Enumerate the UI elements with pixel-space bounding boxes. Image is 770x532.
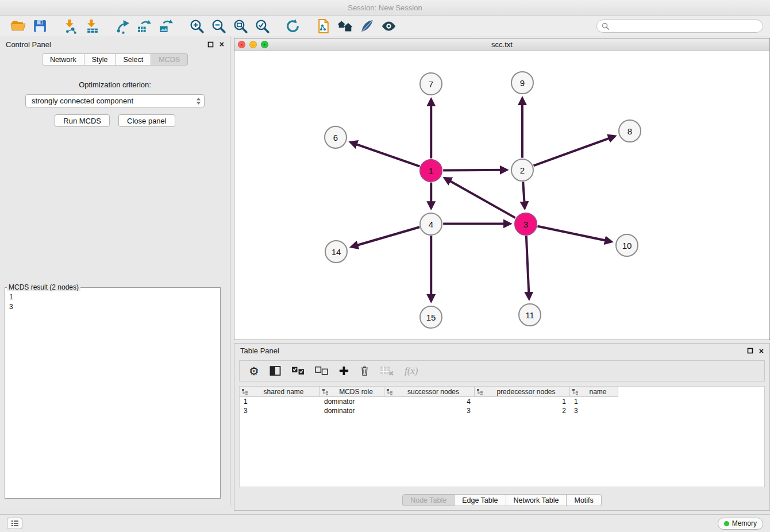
control-panel-title: Control Panel bbox=[6, 40, 51, 49]
column-sort-icon bbox=[322, 388, 329, 395]
table-cell[interactable]: 3 bbox=[570, 407, 618, 415]
graph-node-14[interactable]: 14 bbox=[325, 240, 348, 263]
network-canvas[interactable]: 7968124314101511 bbox=[234, 51, 769, 340]
trash-icon bbox=[360, 365, 369, 376]
float-panel-icon[interactable] bbox=[207, 41, 214, 48]
table-cell[interactable]: 4 bbox=[384, 398, 475, 406]
graph-node-15[interactable]: 15 bbox=[419, 306, 442, 329]
graph-node-4[interactable]: 4 bbox=[419, 213, 442, 236]
close-window-button[interactable]: × bbox=[238, 41, 245, 48]
column-header-name[interactable]: name bbox=[570, 387, 618, 397]
task-history-button[interactable] bbox=[7, 518, 22, 529]
graph-node-3[interactable]: 3 bbox=[514, 213, 537, 236]
column-header-MCDS-role[interactable]: MCDS role bbox=[320, 387, 384, 397]
create-column-button[interactable] bbox=[338, 365, 349, 376]
import-table-button[interactable] bbox=[81, 17, 103, 36]
maximize-window-button[interactable]: + bbox=[261, 41, 268, 48]
column-sort-icon bbox=[476, 388, 483, 395]
open-session-button[interactable] bbox=[7, 17, 29, 36]
open-folder-icon bbox=[10, 18, 26, 34]
mcds-result-title: MCDS result (2 nodes) bbox=[7, 283, 80, 291]
style-button[interactable] bbox=[356, 17, 378, 36]
export-image-button[interactable] bbox=[155, 17, 177, 36]
function-builder-button[interactable]: f(x) bbox=[405, 365, 418, 377]
column-header-predecessor-nodes[interactable]: predecessor nodes bbox=[475, 387, 570, 397]
column-sort-icon bbox=[386, 388, 393, 395]
table-cell[interactable]: 3 bbox=[384, 407, 475, 415]
close-panel-icon[interactable]: × bbox=[220, 40, 224, 48]
table-tab-node-table[interactable]: Node Table bbox=[402, 494, 455, 506]
memory-button[interactable]: Memory bbox=[718, 518, 763, 530]
graph-node-1[interactable]: 1 bbox=[419, 159, 442, 182]
graph-node-10[interactable]: 10 bbox=[615, 234, 638, 257]
deselect-all-columns-button[interactable] bbox=[315, 367, 328, 375]
document-network-icon bbox=[315, 18, 331, 34]
zoom-selected-icon bbox=[255, 18, 270, 34]
graph-node-6[interactable]: 6 bbox=[324, 126, 347, 149]
export-network-button[interactable] bbox=[111, 17, 133, 36]
show-panels-button[interactable] bbox=[334, 17, 356, 36]
column-header-label: shared name bbox=[249, 388, 318, 396]
node-table: shared nameMCDS rolesuccessor nodesprede… bbox=[239, 386, 765, 487]
search-box[interactable] bbox=[596, 20, 763, 33]
run-mcds-button[interactable]: Run MCDS bbox=[55, 114, 110, 127]
table-panel-title: Table Panel bbox=[240, 346, 279, 355]
table-cell[interactable]: 1 bbox=[475, 398, 570, 406]
close-panel-button[interactable]: Close panel bbox=[118, 114, 175, 127]
minimize-window-button[interactable]: − bbox=[249, 41, 257, 48]
graph-node-8[interactable]: 8 bbox=[618, 119, 641, 142]
import-network-icon bbox=[63, 18, 78, 34]
control-panel-header: Control Panel × bbox=[0, 36, 230, 52]
status-bar: Memory bbox=[0, 514, 770, 532]
column-header-shared-name[interactable]: shared name bbox=[240, 387, 320, 397]
export-image-icon bbox=[159, 18, 174, 34]
show-graphics-details-button[interactable] bbox=[378, 17, 399, 36]
apply-layout-button[interactable] bbox=[282, 17, 303, 36]
zoom-fit-button[interactable] bbox=[229, 17, 251, 36]
graph-node-9[interactable]: 9 bbox=[511, 71, 534, 94]
control-tab-style[interactable]: Style bbox=[84, 53, 116, 65]
new-network-from-selection-button[interactable] bbox=[312, 17, 334, 36]
float-table-panel-icon[interactable] bbox=[747, 348, 753, 354]
control-tab-network[interactable]: Network bbox=[42, 53, 84, 65]
table-row[interactable]: 3dominator323 bbox=[240, 406, 764, 415]
table-settings-button[interactable]: ⚙ bbox=[249, 365, 259, 377]
zoom-out-button[interactable] bbox=[207, 17, 229, 36]
table-cell[interactable]: dominator bbox=[320, 398, 384, 406]
graph-node-2[interactable]: 2 bbox=[511, 159, 534, 182]
control-tab-select[interactable]: Select bbox=[116, 53, 152, 65]
zoom-fit-icon bbox=[233, 18, 248, 34]
delete-column-button[interactable] bbox=[360, 365, 369, 376]
save-session-button[interactable] bbox=[29, 17, 51, 36]
zoom-selected-button[interactable] bbox=[251, 17, 273, 36]
table-cell[interactable]: 1 bbox=[240, 398, 320, 406]
graph-node-11[interactable]: 11 bbox=[518, 303, 541, 326]
delete-table-button[interactable] bbox=[380, 365, 394, 376]
mcds-result-text[interactable]: 1 3 bbox=[5, 291, 220, 313]
table-row[interactable]: 1dominator411 bbox=[240, 397, 764, 406]
table-cell[interactable]: 1 bbox=[570, 398, 618, 406]
criterion-dropdown[interactable]: strongly connected component bbox=[25, 94, 205, 107]
zoom-in-button[interactable] bbox=[186, 17, 207, 36]
column-header-successor-nodes[interactable]: successor nodes bbox=[384, 387, 475, 397]
column-sort-icon bbox=[572, 388, 579, 395]
graph-node-7[interactable]: 7 bbox=[419, 72, 442, 95]
control-tab-mcds[interactable]: MCDS bbox=[151, 53, 188, 65]
feather-brush-icon bbox=[359, 18, 375, 34]
network-window-title-bar[interactable]: × − + scc.txt bbox=[234, 38, 769, 51]
table-tab-motifs[interactable]: Motifs bbox=[567, 494, 601, 506]
select-all-columns-button[interactable] bbox=[291, 367, 305, 375]
select-columns-button[interactable] bbox=[270, 366, 281, 376]
import-network-button[interactable] bbox=[59, 17, 81, 36]
table-cell[interactable]: 3 bbox=[240, 407, 320, 415]
table-tab-network-table[interactable]: Network Table bbox=[506, 494, 567, 506]
plus-icon bbox=[338, 365, 349, 376]
refresh-icon bbox=[285, 18, 301, 34]
close-table-panel-icon[interactable]: × bbox=[759, 347, 764, 355]
search-input[interactable] bbox=[612, 22, 758, 30]
table-cell[interactable]: dominator bbox=[320, 407, 384, 415]
export-table-icon bbox=[137, 18, 152, 34]
table-cell[interactable]: 2 bbox=[475, 407, 570, 415]
table-tab-edge-table[interactable]: Edge Table bbox=[455, 494, 506, 506]
export-table-button[interactable] bbox=[133, 17, 155, 36]
